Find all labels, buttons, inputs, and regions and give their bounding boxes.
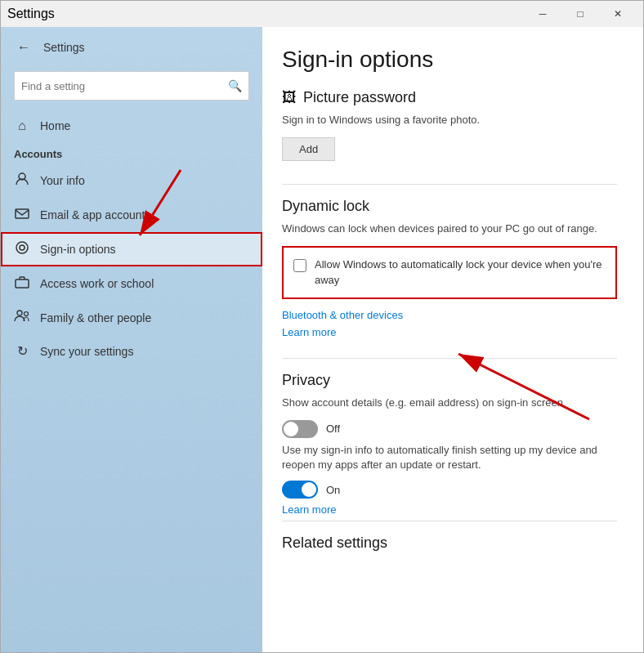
page-title: Sign-in options bbox=[282, 47, 617, 73]
dynamic-lock-title: Dynamic lock bbox=[282, 198, 617, 215]
sidebar-header: ← Settings bbox=[1, 27, 262, 68]
sidebar-app-title: Settings bbox=[43, 41, 85, 54]
window-body: ← Settings 🔍 ⌂ Home Accounts bbox=[1, 27, 643, 652]
sidebar-item-sync[interactable]: ↻ Sync your settings bbox=[1, 335, 262, 367]
sidebar-item-home-label: Home bbox=[40, 119, 70, 132]
bluetooth-devices-link[interactable]: Bluetooth & other devices bbox=[282, 309, 617, 321]
settings-window: Settings ─ □ ✕ ← Settings 🔍 ⌂ Home Acco bbox=[0, 0, 644, 653]
toggle-1-row: Off bbox=[282, 420, 617, 438]
svg-point-3 bbox=[20, 245, 25, 250]
svg-point-6 bbox=[25, 312, 29, 316]
sidebar-item-access-work[interactable]: Access work or school bbox=[1, 266, 262, 301]
divider-2 bbox=[282, 358, 617, 359]
use-info-desc: Use my sign-in info to automatically fin… bbox=[282, 443, 617, 472]
svg-point-2 bbox=[16, 242, 28, 253]
maximize-button[interactable]: □ bbox=[561, 1, 599, 27]
dynamic-lock-checkbox-label: Allow Windows to automatically lock your… bbox=[315, 257, 606, 287]
sidebar-item-email-label: Email & app accounts bbox=[40, 208, 150, 221]
home-icon: ⌂ bbox=[14, 119, 30, 133]
use-sign-in-toggle-label: On bbox=[326, 484, 340, 496]
use-sign-in-toggle[interactable] bbox=[282, 481, 318, 499]
minimize-button[interactable]: ─ bbox=[524, 1, 561, 27]
briefcase-icon bbox=[14, 275, 30, 293]
picture-password-desc: Sign in to Windows using a favorite phot… bbox=[282, 113, 617, 127]
accounts-label: Accounts bbox=[1, 141, 262, 163]
privacy-section: Privacy Show account details (e.g. email… bbox=[282, 372, 617, 517]
title-bar-controls: ─ □ ✕ bbox=[524, 1, 637, 27]
show-account-desc: Show account details (e.g. email address… bbox=[282, 396, 617, 410]
close-button[interactable]: ✕ bbox=[599, 1, 637, 27]
dynamic-lock-section: Dynamic lock Windows can lock when devic… bbox=[282, 198, 617, 338]
use-sign-in-toggle-knob bbox=[302, 482, 316, 497]
sidebar: ← Settings 🔍 ⌂ Home Accounts bbox=[1, 27, 262, 652]
back-button[interactable]: ← bbox=[14, 37, 34, 58]
svg-rect-1 bbox=[16, 209, 29, 218]
sync-icon: ↻ bbox=[14, 343, 30, 359]
right-panel: Sign-in options 🖼 Picture password Sign … bbox=[262, 27, 643, 652]
toggle-2-row: On bbox=[282, 481, 617, 499]
show-account-toggle[interactable] bbox=[282, 420, 318, 438]
dynamic-lock-checkbox[interactable] bbox=[293, 259, 306, 272]
search-box: 🔍 bbox=[14, 71, 249, 101]
show-account-toggle-knob bbox=[284, 422, 298, 436]
divider-1 bbox=[282, 184, 617, 185]
privacy-title: Privacy bbox=[282, 372, 617, 389]
related-settings-title: Related settings bbox=[282, 534, 617, 552]
show-account-toggle-label: Off bbox=[326, 423, 340, 435]
title-bar: Settings ─ □ ✕ bbox=[1, 1, 643, 27]
svg-rect-4 bbox=[16, 280, 29, 288]
dynamic-lock-checkbox-row: Allow Windows to automatically lock your… bbox=[282, 246, 617, 298]
search-icon[interactable]: 🔍 bbox=[228, 79, 242, 92]
picture-password-icon: 🖼 bbox=[282, 89, 297, 106]
sidebar-item-email-app-accounts[interactable]: Email & app accounts bbox=[1, 198, 262, 232]
sidebar-item-access-work-label: Access work or school bbox=[40, 277, 154, 290]
your-info-icon bbox=[14, 172, 30, 190]
sidebar-item-home[interactable]: ⌂ Home bbox=[1, 110, 262, 141]
email-icon bbox=[14, 206, 30, 224]
sidebar-item-sign-in-label: Sign-in options bbox=[40, 243, 116, 256]
add-picture-password-button[interactable]: Add bbox=[282, 137, 335, 161]
title-bar-left: Settings bbox=[7, 7, 55, 21]
sidebar-item-family[interactable]: Family & other people bbox=[1, 301, 262, 335]
sidebar-item-family-label: Family & other people bbox=[40, 311, 151, 324]
sidebar-item-sync-label: Sync your settings bbox=[40, 345, 133, 358]
picture-password-section: 🖼 Picture password Sign in to Windows us… bbox=[282, 89, 617, 181]
title-bar-title: Settings bbox=[7, 7, 55, 21]
divider-3 bbox=[282, 521, 617, 521]
privacy-learn-more-link[interactable]: Learn more bbox=[282, 503, 617, 516]
family-icon bbox=[14, 309, 30, 327]
search-input[interactable] bbox=[21, 80, 228, 92]
sidebar-item-your-info-label: Your info bbox=[40, 174, 85, 187]
sidebar-item-your-info[interactable]: Your info bbox=[1, 163, 262, 198]
dynamic-lock-desc: Windows can lock when devices paired to … bbox=[282, 221, 617, 236]
sign-in-icon bbox=[14, 240, 30, 258]
picture-password-title: 🖼 Picture password bbox=[282, 89, 617, 106]
sidebar-item-sign-in-options[interactable]: Sign-in options bbox=[1, 232, 262, 266]
dynamic-lock-learn-more-link[interactable]: Learn more bbox=[282, 326, 617, 338]
svg-point-5 bbox=[17, 311, 22, 315]
